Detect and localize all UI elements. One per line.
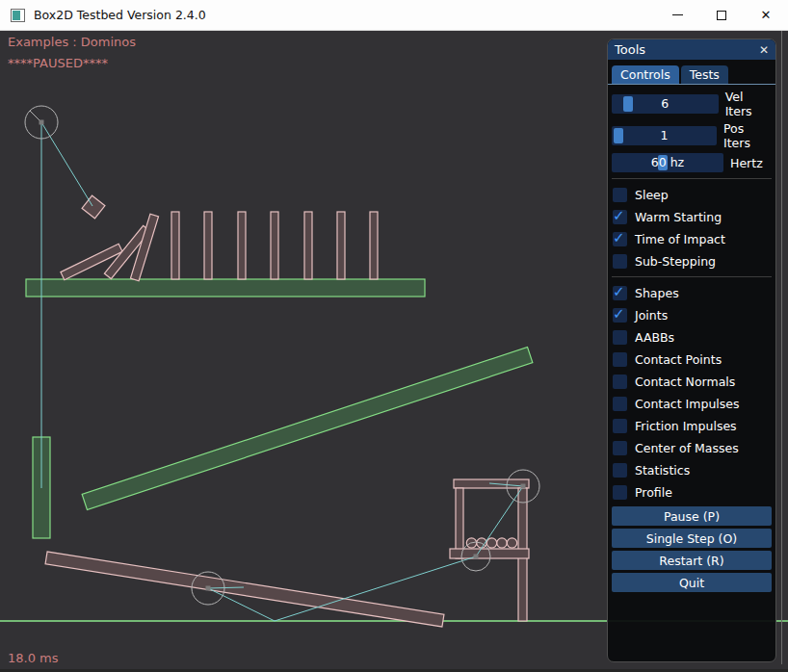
frame-time-label: 18.0 ms <box>8 651 59 665</box>
standing-domino <box>204 212 212 279</box>
checkbox-box[interactable]: ✓ <box>613 232 627 246</box>
checkbox-center-of-masses[interactable]: Center of Masses <box>612 438 772 457</box>
checkbox-box[interactable]: ✓ <box>613 286 627 300</box>
paused-label: ****PAUSED**** <box>8 56 108 70</box>
tab-tests[interactable]: Tests <box>681 65 728 84</box>
joint-line <box>41 122 92 206</box>
slider-value: 60 hz <box>612 155 723 169</box>
checkbox-label: Profile <box>635 485 672 500</box>
slider-vel-iters[interactable]: 6 <box>612 94 719 114</box>
checkbox-box[interactable] <box>613 352 627 367</box>
checkbox-sub-stepping[interactable]: Sub-Stepping <box>612 251 772 271</box>
check-icon: ✓ <box>613 207 625 224</box>
checkbox-label: Center of Masses <box>635 441 739 455</box>
checkbox-box[interactable] <box>613 441 627 455</box>
slider-row: 6Vel Iters <box>612 90 772 118</box>
standing-domino <box>171 212 179 279</box>
joint-anchor-square <box>39 120 44 125</box>
checkbox-joints[interactable]: ✓Joints <box>612 305 772 324</box>
checkbox-contact-impulses[interactable]: Contact Impulses <box>612 394 772 413</box>
checkbox-profile[interactable]: Profile <box>612 482 772 502</box>
checkbox-label: AABBs <box>635 330 674 345</box>
checkbox-label: Statistics <box>635 463 690 478</box>
domino-platform-beam <box>26 279 425 297</box>
close-icon: ✕ <box>761 9 772 21</box>
checkbox-label: Contact Normals <box>635 375 735 389</box>
tools-tabs: Controls Tests <box>608 60 775 85</box>
slider-hertz[interactable]: 60 hz <box>612 153 723 172</box>
checkbox-label: Friction Impulses <box>635 419 737 433</box>
slider-value: 1 <box>612 128 717 142</box>
minimize-button[interactable] <box>655 0 699 31</box>
checkbox-warm-starting[interactable]: ✓Warm Starting <box>612 207 772 226</box>
joint-anchor-square <box>206 586 211 591</box>
joint-anchor-square <box>521 484 526 489</box>
checkbox-label: Contact Impulses <box>635 397 740 411</box>
checkbox-friction-impulses[interactable]: Friction Impulses <box>612 416 772 435</box>
checkbox-box[interactable] <box>613 254 627 269</box>
check-icon: ✓ <box>613 229 625 246</box>
button-restart-r[interactable]: Restart (R) <box>612 551 772 570</box>
maximize-button[interactable] <box>699 0 744 31</box>
slider-value: 6 <box>612 96 719 111</box>
checkbox-box[interactable] <box>613 397 627 411</box>
stand-left-post <box>456 488 463 558</box>
checkbox-shapes[interactable]: ✓Shapes <box>612 283 772 302</box>
window-title: Box2D Testbed Version 2.4.0 <box>34 8 206 22</box>
checkbox-label: Sub-Stepping <box>635 254 716 269</box>
seesaw-plank <box>45 552 444 627</box>
slider-rows: 6Vel Iters1Pos Iters60 hzHertz <box>612 90 772 172</box>
checkbox-label: Sleep <box>635 188 669 202</box>
slider-label: Vel Iters <box>725 90 772 118</box>
slider-row: 60 hzHertz <box>612 153 772 172</box>
checkbox-label: Shapes <box>635 286 679 300</box>
check-icon: ✓ <box>613 305 625 323</box>
standing-domino <box>370 212 378 279</box>
checkbox-time-of-impact[interactable]: ✓Time of Impact <box>612 229 772 248</box>
checkbox-label: Contact Points <box>635 352 722 367</box>
close-button[interactable]: ✕ <box>744 0 788 31</box>
slider-label: Pos Iters <box>723 121 772 150</box>
checkbox-box[interactable] <box>613 188 627 202</box>
box2d-app-icon <box>11 9 25 22</box>
checkbox-box[interactable]: ✓ <box>613 210 627 224</box>
checkbox-box[interactable] <box>613 375 627 389</box>
tools-panel: Tools ✕ Controls Tests 6Vel Iters1Pos It… <box>607 39 776 662</box>
standing-domino <box>304 212 312 279</box>
checkbox-label: Joints <box>635 308 668 323</box>
metal-ball <box>497 538 507 548</box>
button-single-step-o[interactable]: Single Step (O) <box>612 529 772 548</box>
checkbox-contact-normals[interactable]: Contact Normals <box>612 372 772 391</box>
checkbox-box[interactable] <box>613 330 627 345</box>
checkbox-contact-points[interactable]: Contact Points <box>612 349 772 369</box>
slider-pos-iters[interactable]: 1 <box>612 126 717 145</box>
window-frame-edge <box>781 31 782 664</box>
check-icon: ✓ <box>613 283 625 300</box>
checkbox-sleep[interactable]: Sleep <box>612 185 772 204</box>
tools-panel-titlebar[interactable]: Tools ✕ <box>608 39 775 60</box>
tab-controls[interactable]: Controls <box>612 65 679 84</box>
slider-label: Hertz <box>730 156 763 170</box>
checkbox-box[interactable]: ✓ <box>613 308 627 323</box>
checkbox-statistics[interactable]: Statistics <box>612 460 772 479</box>
separator <box>612 276 772 277</box>
slider-row: 1Pos Iters <box>612 121 772 150</box>
action-buttons: Pause (P)Single Step (O)Restart (R)Quit <box>612 506 772 592</box>
standing-domino <box>238 212 246 279</box>
app-window: Box2D Testbed Version 2.4.0 ✕ <box>0 0 788 672</box>
button-pause-p[interactable]: Pause (P) <box>612 506 772 526</box>
checkbox-box[interactable] <box>613 463 627 478</box>
solver-checkboxes: Sleep✓Warm Starting✓Time of ImpactSub-St… <box>612 185 772 271</box>
pendulum-trigger-box <box>82 195 105 219</box>
minimize-icon <box>672 14 683 15</box>
simulation-viewport[interactable]: Examples : Dominos ****PAUSED**** 18.0 m… <box>0 31 788 672</box>
button-quit[interactable]: Quit <box>612 573 772 592</box>
tools-close-icon[interactable]: ✕ <box>759 43 769 57</box>
checkbox-box[interactable] <box>613 485 627 500</box>
checkbox-aabbs[interactable]: AABBs <box>612 327 772 347</box>
tools-body: 6Vel Iters1Pos Iters60 hzHertz Sleep✓War… <box>608 85 775 592</box>
checkbox-label: Warm Starting <box>635 210 722 224</box>
checkbox-box[interactable] <box>613 419 627 433</box>
draw-checkboxes: ✓Shapes✓JointsAABBsContact PointsContact… <box>612 283 772 502</box>
os-titlebar[interactable]: Box2D Testbed Version 2.4.0 ✕ <box>0 0 788 31</box>
